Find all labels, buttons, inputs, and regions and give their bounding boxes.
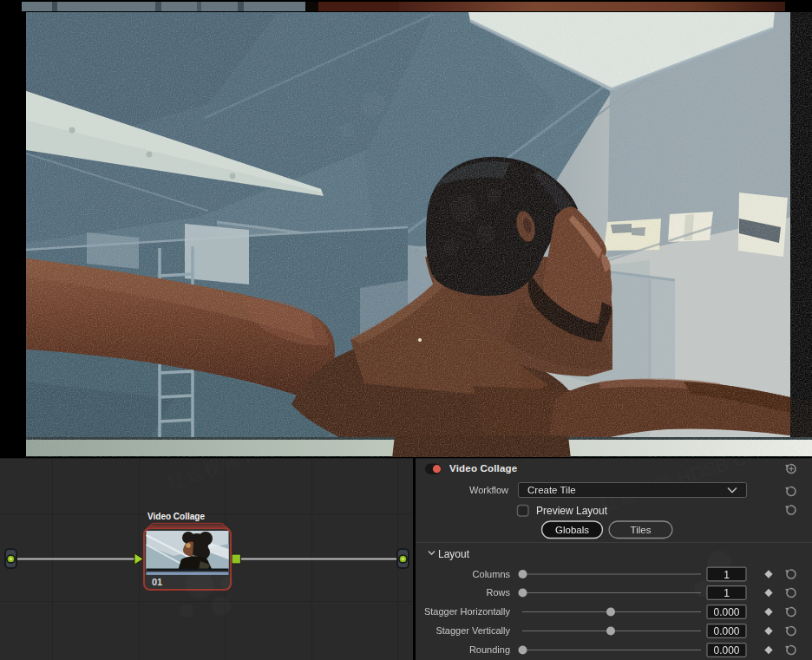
svg-text:Columns: Columns [473,569,511,579]
svg-text:Workflow: Workflow [469,485,508,495]
svg-text:1: 1 [724,569,730,581]
svg-text:Globals: Globals [555,525,589,535]
svg-text:Rows: Rows [486,587,510,598]
svg-text:Stagger Vertically: Stagger Vertically [435,625,510,636]
svg-text:Rounding: Rounding [469,644,510,655]
svg-text:Tiles: Tiles [631,525,652,535]
svg-text:0.000: 0.000 [713,625,739,637]
svg-text:0.000: 0.000 [713,606,739,618]
svg-text:Video Collage: Video Collage [147,512,205,521]
svg-text:0.000: 0.000 [713,644,739,657]
svg-text:01: 01 [152,577,162,587]
svg-text:Layout: Layout [438,548,470,560]
svg-text:Preview Layout: Preview Layout [536,505,608,517]
svg-text:1: 1 [724,587,730,599]
svg-text:红逗视频 HDSB.CN: 红逗视频 HDSB.CN [164,459,330,493]
svg-text:Create Tile: Create Tile [527,485,576,495]
svg-text:Video Collage: Video Collage [449,463,517,474]
svg-text:Stagger Horizontally: Stagger Horizontally [424,606,511,617]
